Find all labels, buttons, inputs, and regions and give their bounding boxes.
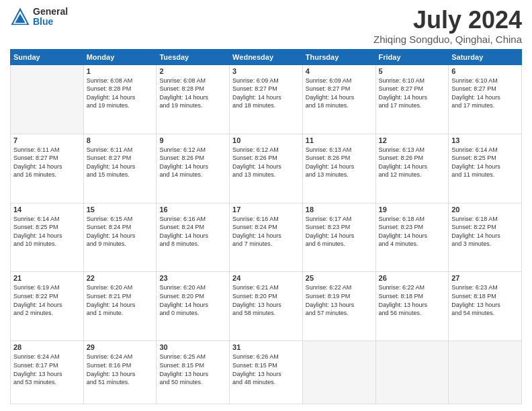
logo-icon bbox=[10, 7, 30, 27]
table-row: 3Sunrise: 6:09 AM Sunset: 8:27 PM Daylig… bbox=[230, 64, 303, 134]
day-number: 13 bbox=[451, 136, 519, 144]
col-thursday: Thursday bbox=[302, 49, 375, 64]
table-row: 24Sunrise: 6:21 AM Sunset: 8:20 PM Dayli… bbox=[230, 272, 303, 341]
table-row: 9Sunrise: 6:12 AM Sunset: 8:26 PM Daylig… bbox=[157, 134, 230, 203]
day-number: 11 bbox=[306, 136, 373, 144]
day-number: 23 bbox=[159, 274, 226, 282]
day-info: Sunrise: 6:09 AM Sunset: 8:27 PM Dayligh… bbox=[306, 77, 373, 110]
page: General Blue July 2024 Zhiqing Songduo, … bbox=[0, 0, 532, 411]
logo-text: General Blue bbox=[33, 7, 68, 28]
calendar-table: Sunday Monday Tuesday Wednesday Thursday… bbox=[10, 49, 522, 404]
day-number: 20 bbox=[451, 205, 519, 214]
table-row: 11Sunrise: 6:13 AM Sunset: 8:26 PM Dayli… bbox=[302, 134, 375, 203]
day-info: Sunrise: 6:25 AM Sunset: 8:15 PM Dayligh… bbox=[159, 353, 226, 386]
day-info: Sunrise: 6:26 AM Sunset: 8:15 PM Dayligh… bbox=[232, 353, 300, 386]
table-row bbox=[375, 341, 449, 404]
table-row: 18Sunrise: 6:17 AM Sunset: 8:23 PM Dayli… bbox=[302, 203, 375, 272]
day-number: 24 bbox=[232, 274, 300, 282]
title-block: July 2024 Zhiqing Songduo, Qinghai, Chin… bbox=[373, 7, 522, 45]
header: General Blue July 2024 Zhiqing Songduo, … bbox=[10, 7, 522, 45]
table-row: 14Sunrise: 6:14 AM Sunset: 8:25 PM Dayli… bbox=[11, 203, 84, 272]
day-number: 18 bbox=[306, 205, 373, 214]
day-info: Sunrise: 6:13 AM Sunset: 8:26 PM Dayligh… bbox=[379, 146, 446, 179]
day-number: 4 bbox=[306, 67, 373, 75]
day-info: Sunrise: 6:20 AM Sunset: 8:21 PM Dayligh… bbox=[87, 283, 154, 317]
col-wednesday: Wednesday bbox=[230, 49, 303, 64]
table-row: 13Sunrise: 6:14 AM Sunset: 8:25 PM Dayli… bbox=[449, 134, 522, 203]
table-row: 2Sunrise: 6:08 AM Sunset: 8:28 PM Daylig… bbox=[157, 64, 230, 134]
day-info: Sunrise: 6:13 AM Sunset: 8:26 PM Dayligh… bbox=[306, 146, 373, 179]
table-row: 22Sunrise: 6:20 AM Sunset: 8:21 PM Dayli… bbox=[83, 272, 157, 341]
table-row bbox=[302, 341, 375, 404]
day-number: 27 bbox=[451, 274, 519, 282]
day-info: Sunrise: 6:22 AM Sunset: 8:18 PM Dayligh… bbox=[379, 283, 446, 317]
table-row: 28Sunrise: 6:24 AM Sunset: 8:17 PM Dayli… bbox=[11, 341, 84, 404]
logo: General Blue bbox=[10, 7, 68, 28]
day-info: Sunrise: 6:18 AM Sunset: 8:22 PM Dayligh… bbox=[451, 215, 519, 248]
day-info: Sunrise: 6:11 AM Sunset: 8:27 PM Dayligh… bbox=[13, 146, 81, 179]
table-row: 23Sunrise: 6:20 AM Sunset: 8:20 PM Dayli… bbox=[157, 272, 230, 341]
table-row: 26Sunrise: 6:22 AM Sunset: 8:18 PM Dayli… bbox=[375, 272, 449, 341]
day-info: Sunrise: 6:11 AM Sunset: 8:27 PM Dayligh… bbox=[87, 146, 154, 179]
day-number: 14 bbox=[13, 205, 81, 214]
day-number: 17 bbox=[232, 205, 300, 214]
col-friday: Friday bbox=[375, 49, 449, 64]
subtitle: Zhiqing Songduo, Qinghai, China bbox=[373, 34, 522, 45]
logo-blue: Blue bbox=[33, 17, 68, 27]
table-row bbox=[11, 64, 84, 134]
table-row: 30Sunrise: 6:25 AM Sunset: 8:15 PM Dayli… bbox=[157, 341, 230, 404]
day-number: 28 bbox=[13, 343, 81, 351]
day-number: 29 bbox=[87, 343, 154, 351]
day-number: 31 bbox=[232, 343, 300, 351]
day-number: 22 bbox=[87, 274, 154, 282]
table-row: 6Sunrise: 6:10 AM Sunset: 8:27 PM Daylig… bbox=[449, 64, 522, 134]
day-info: Sunrise: 6:17 AM Sunset: 8:23 PM Dayligh… bbox=[306, 215, 373, 248]
main-title: July 2024 bbox=[373, 7, 522, 34]
table-row bbox=[449, 341, 522, 404]
table-row: 25Sunrise: 6:22 AM Sunset: 8:19 PM Dayli… bbox=[302, 272, 375, 341]
day-number: 21 bbox=[13, 274, 81, 282]
table-row: 5Sunrise: 6:10 AM Sunset: 8:27 PM Daylig… bbox=[375, 64, 449, 134]
day-number: 7 bbox=[13, 136, 81, 144]
table-row: 4Sunrise: 6:09 AM Sunset: 8:27 PM Daylig… bbox=[302, 64, 375, 134]
day-info: Sunrise: 6:08 AM Sunset: 8:28 PM Dayligh… bbox=[87, 77, 154, 110]
day-info: Sunrise: 6:14 AM Sunset: 8:25 PM Dayligh… bbox=[451, 146, 519, 179]
table-row: 27Sunrise: 6:23 AM Sunset: 8:18 PM Dayli… bbox=[449, 272, 522, 341]
col-monday: Monday bbox=[83, 49, 157, 64]
col-tuesday: Tuesday bbox=[157, 49, 230, 64]
day-number: 6 bbox=[451, 67, 519, 75]
day-number: 8 bbox=[87, 136, 154, 144]
logo-general: General bbox=[33, 7, 68, 17]
day-info: Sunrise: 6:16 AM Sunset: 8:24 PM Dayligh… bbox=[232, 215, 300, 248]
table-row: 16Sunrise: 6:16 AM Sunset: 8:24 PM Dayli… bbox=[157, 203, 230, 272]
day-number: 1 bbox=[87, 67, 154, 75]
col-sunday: Sunday bbox=[11, 49, 84, 64]
day-number: 9 bbox=[159, 136, 226, 144]
day-info: Sunrise: 6:24 AM Sunset: 8:17 PM Dayligh… bbox=[13, 353, 81, 386]
day-info: Sunrise: 6:23 AM Sunset: 8:18 PM Dayligh… bbox=[451, 283, 519, 317]
calendar-header-row: Sunday Monday Tuesday Wednesday Thursday… bbox=[11, 49, 522, 64]
day-number: 2 bbox=[159, 67, 226, 75]
col-saturday: Saturday bbox=[449, 49, 522, 64]
table-row: 8Sunrise: 6:11 AM Sunset: 8:27 PM Daylig… bbox=[83, 134, 157, 203]
day-info: Sunrise: 6:22 AM Sunset: 8:19 PM Dayligh… bbox=[306, 283, 373, 317]
table-row: 7Sunrise: 6:11 AM Sunset: 8:27 PM Daylig… bbox=[11, 134, 84, 203]
day-info: Sunrise: 6:10 AM Sunset: 8:27 PM Dayligh… bbox=[451, 77, 519, 110]
table-row: 31Sunrise: 6:26 AM Sunset: 8:15 PM Dayli… bbox=[230, 341, 303, 404]
day-number: 12 bbox=[379, 136, 446, 144]
day-number: 5 bbox=[379, 67, 446, 75]
table-row: 19Sunrise: 6:18 AM Sunset: 8:23 PM Dayli… bbox=[375, 203, 449, 272]
day-info: Sunrise: 6:20 AM Sunset: 8:20 PM Dayligh… bbox=[159, 283, 226, 317]
day-info: Sunrise: 6:24 AM Sunset: 8:16 PM Dayligh… bbox=[87, 353, 154, 386]
day-number: 10 bbox=[232, 136, 300, 144]
table-row: 29Sunrise: 6:24 AM Sunset: 8:16 PM Dayli… bbox=[83, 341, 157, 404]
day-info: Sunrise: 6:12 AM Sunset: 8:26 PM Dayligh… bbox=[159, 146, 226, 179]
day-number: 30 bbox=[159, 343, 226, 351]
day-number: 16 bbox=[159, 205, 226, 214]
day-info: Sunrise: 6:21 AM Sunset: 8:20 PM Dayligh… bbox=[232, 283, 300, 317]
table-row: 21Sunrise: 6:19 AM Sunset: 8:22 PM Dayli… bbox=[11, 272, 84, 341]
table-row: 20Sunrise: 6:18 AM Sunset: 8:22 PM Dayli… bbox=[449, 203, 522, 272]
day-info: Sunrise: 6:19 AM Sunset: 8:22 PM Dayligh… bbox=[13, 283, 81, 317]
table-row: 12Sunrise: 6:13 AM Sunset: 8:26 PM Dayli… bbox=[375, 134, 449, 203]
day-info: Sunrise: 6:18 AM Sunset: 8:23 PM Dayligh… bbox=[379, 215, 446, 248]
